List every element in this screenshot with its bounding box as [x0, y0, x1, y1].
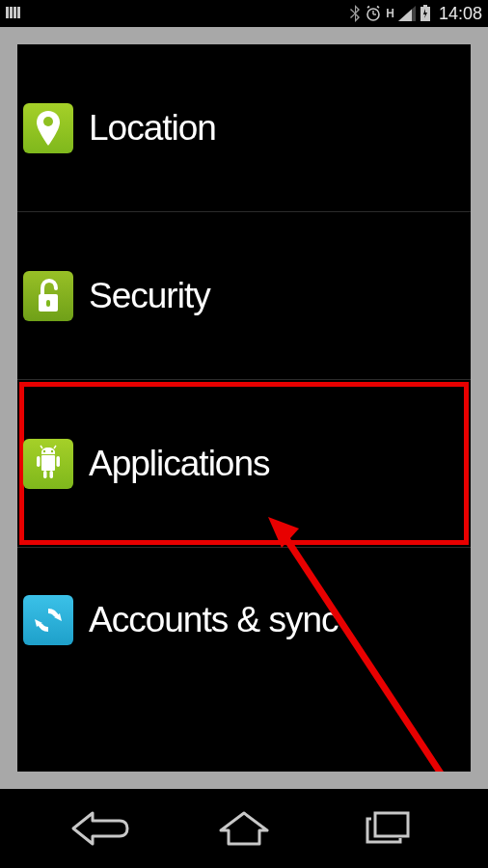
recent-apps-button[interactable]	[335, 800, 441, 857]
svg-line-8	[377, 7, 379, 9]
svg-line-17	[54, 446, 56, 448]
settings-item-label: Location	[89, 108, 216, 149]
bluetooth-icon	[349, 5, 361, 22]
settings-item-security[interactable]: Security	[17, 212, 471, 380]
embedded-screenshot: Location Security	[10, 27, 478, 789]
svg-rect-0	[6, 7, 9, 18]
alarm-icon	[365, 5, 382, 22]
settings-item-label: Security	[89, 276, 210, 316]
status-bar: H 14:08	[0, 0, 488, 27]
svg-rect-19	[37, 456, 41, 467]
location-pin-icon	[23, 103, 73, 153]
svg-rect-20	[57, 456, 61, 467]
svg-rect-13	[46, 300, 50, 307]
svg-rect-18	[41, 455, 55, 471]
settings-item-label: Applications	[89, 444, 270, 484]
home-button[interactable]	[191, 800, 297, 857]
device-frame: H 14:08	[0, 0, 488, 868]
svg-rect-2	[14, 7, 16, 18]
settings-item-label: Accounts & sync	[89, 600, 339, 640]
svg-rect-3	[17, 7, 20, 18]
svg-rect-1	[10, 7, 13, 18]
settings-item-accounts-sync[interactable]: Accounts & sync	[17, 548, 471, 692]
svg-rect-9	[423, 5, 427, 7]
navigation-bar	[0, 789, 488, 868]
svg-point-14	[43, 449, 45, 451]
settings-item-applications[interactable]: Applications	[17, 380, 471, 548]
back-button[interactable]	[47, 800, 153, 857]
settings-list: Location Security	[17, 44, 471, 772]
settings-item-location[interactable]: Location	[17, 44, 471, 212]
android-icon	[23, 439, 73, 489]
svg-point-11	[43, 117, 53, 126]
settings-screen: Location Security	[17, 44, 471, 772]
clock-label: 14:08	[439, 4, 482, 24]
signal-icon	[398, 6, 416, 21]
battery-bars-icon	[6, 5, 25, 23]
svg-line-16	[41, 446, 42, 448]
sync-icon	[23, 595, 73, 645]
svg-point-15	[51, 449, 53, 451]
svg-rect-22	[50, 471, 54, 478]
svg-rect-21	[43, 471, 47, 478]
svg-rect-25	[375, 813, 408, 836]
svg-line-7	[367, 7, 369, 9]
battery-icon	[420, 5, 431, 22]
lock-open-icon	[23, 271, 73, 321]
network-type-label: H	[386, 7, 394, 20]
